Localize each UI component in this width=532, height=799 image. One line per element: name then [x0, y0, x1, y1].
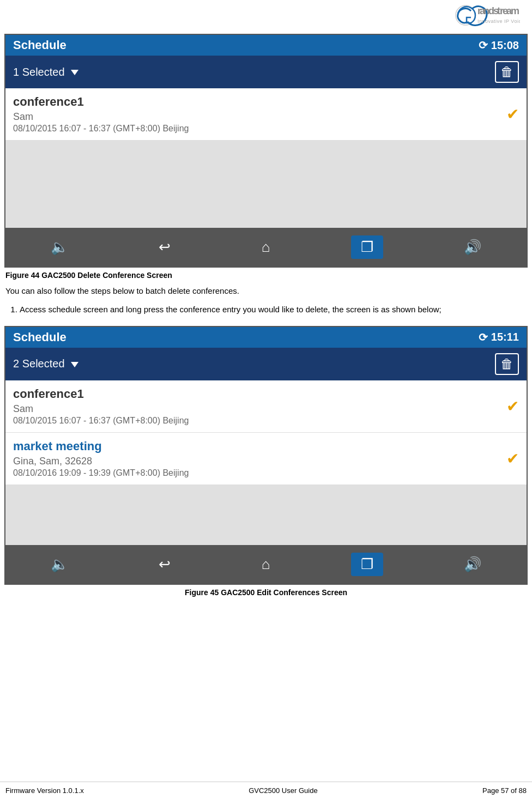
dropdown-arrow-1	[71, 70, 78, 75]
logo-area: r a n d s t r e a m Innovative IP Voice …	[0, 0, 532, 34]
conf-name-1: conference1	[13, 95, 499, 109]
nav-bar-1: 🔈 ↩ ⌂ ❐ 🔊	[5, 228, 527, 267]
conf-name-2b: market meeting	[13, 439, 499, 453]
conference-item-2a[interactable]: conference1 Sam 08/10/2015 16:07 - 16:37…	[5, 380, 527, 433]
status-time-2: ⟳ 15:11	[479, 331, 519, 344]
schedule-title-2: Schedule	[13, 330, 66, 344]
conf-item-text-2b: market meeting Gina, Sam, 32628 08/10/20…	[13, 439, 499, 478]
dropdown-arrow-2	[71, 362, 78, 367]
check-icon-2a: ✔	[499, 397, 519, 415]
page-footer: Firmware Version 1.0.1.x GVC2500 User Gu…	[0, 782, 532, 799]
selection-count-1: 1 Selected	[13, 66, 78, 78]
page-number: Page 57 of 88	[482, 786, 527, 795]
volume-down-btn-2[interactable]: 🔈	[41, 553, 78, 576]
step-1: Access schedule screen and long press th…	[20, 303, 527, 316]
text-intro: You can also follow the steps below to b…	[0, 282, 532, 301]
conf-organizer-1: Sam	[13, 111, 499, 123]
recents-btn-2[interactable]: ❐	[351, 553, 383, 576]
volume-up-btn-2[interactable]: 🔊	[454, 553, 491, 576]
home-btn-1[interactable]: ⌂	[252, 235, 280, 259]
status-bar-2: Schedule ⟳ 15:11	[5, 327, 527, 348]
conf-organizer-2b: Gina, Sam, 32628	[13, 456, 499, 467]
conf-time-1: 08/10/2015 16:07 - 16:37 (GMT+8:00) Beij…	[13, 124, 499, 134]
svg-text:Innovative IP Voice & Video: Innovative IP Voice & Video	[477, 19, 520, 24]
nav-bar-2: 🔈 ↩ ⌂ ❐ 🔊	[5, 545, 527, 584]
back-btn-1[interactable]: ↩	[149, 235, 180, 259]
gs-logo: r a n d s t r e a m Innovative IP Voice …	[449, 3, 520, 31]
firmware-version: Firmware Version 1.0.1.x	[5, 786, 84, 795]
volume-up-btn-1[interactable]: 🔊	[454, 235, 491, 259]
conference-item-1[interactable]: conference1 Sam 08/10/2015 16:07 - 16:37…	[5, 88, 527, 141]
screen2: Schedule ⟳ 15:11 2 Selected 🗑 conference…	[4, 326, 528, 585]
selection-bar-2: 2 Selected 🗑	[5, 348, 527, 380]
figure-caption-1: Figure 44 GAC2500 Delete Conference Scre…	[0, 268, 532, 282]
conf-organizer-2a: Sam	[13, 403, 499, 415]
volume-down-btn-1[interactable]: 🔈	[41, 235, 78, 259]
empty-space-2	[5, 485, 527, 545]
conf-time-2b: 08/10/2016 19:09 - 19:39 (GMT+8:00) Beij…	[13, 468, 499, 478]
conf-time-2a: 08/10/2015 16:07 - 16:37 (GMT+8:00) Beij…	[13, 416, 499, 426]
selection-bar-1: 1 Selected 🗑	[5, 56, 527, 88]
status-time-1: ⟳ 15:08	[479, 39, 519, 52]
home-btn-2[interactable]: ⌂	[252, 553, 280, 576]
conf-item-text-1: conference1 Sam 08/10/2015 16:07 - 16:37…	[13, 95, 499, 134]
guide-title: GVC2500 User Guide	[249, 786, 317, 795]
steps-list: Access schedule screen and long press th…	[0, 301, 532, 318]
svg-text:m: m	[511, 5, 519, 16]
back-btn-2[interactable]: ↩	[149, 553, 180, 576]
delete-button-2[interactable]: 🗑	[495, 353, 519, 375]
check-icon-1: ✔	[499, 105, 519, 123]
status-bar-1: Schedule ⟳ 15:08	[5, 35, 527, 56]
conference-item-2b[interactable]: market meeting Gina, Sam, 32628 08/10/20…	[5, 433, 527, 485]
delete-button-1[interactable]: 🗑	[495, 61, 519, 83]
sync-icon-1: ⟳	[479, 39, 488, 52]
conf-name-2a: conference1	[13, 387, 499, 401]
check-icon-2b: ✔	[499, 450, 519, 468]
time-display-1: 15:08	[491, 39, 519, 52]
schedule-title-1: Schedule	[13, 38, 66, 52]
selection-count-2: 2 Selected	[13, 358, 78, 370]
figure-caption-2: Figure 45 GAC2500 Edit Conferences Scree…	[0, 585, 532, 599]
time-display-2: 15:11	[491, 331, 519, 343]
recents-btn-1[interactable]: ❐	[351, 235, 383, 259]
grandstream-logo-svg: r a n d s t r e a m Innovative IP Voice …	[449, 3, 520, 31]
empty-space-1	[5, 141, 527, 228]
sync-icon-2: ⟳	[479, 331, 488, 344]
screen1: Schedule ⟳ 15:08 1 Selected 🗑 conference…	[4, 34, 528, 268]
conf-item-text-2a: conference1 Sam 08/10/2015 16:07 - 16:37…	[13, 387, 499, 426]
